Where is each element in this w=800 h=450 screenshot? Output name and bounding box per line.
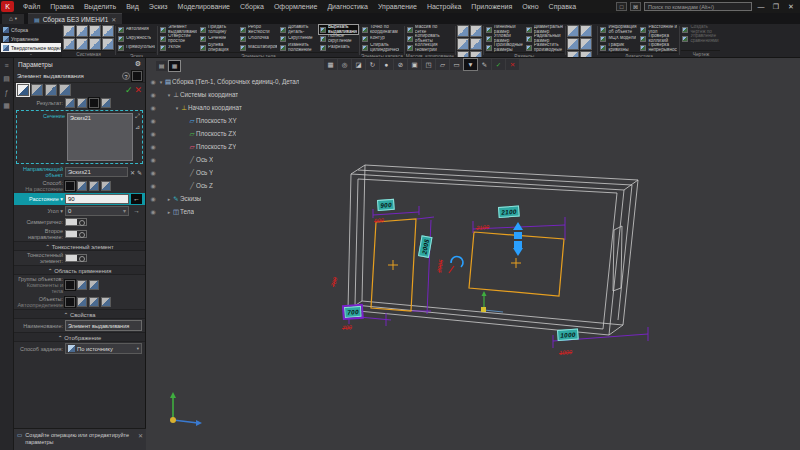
- dimension-value-3[interactable]: 700: [344, 306, 362, 318]
- ribbon-btn-2-0-0[interactable]: Элемент выдавливания: [159, 25, 198, 34]
- ribbon-icon-rough[interactable]: [567, 51, 579, 57]
- visibility-eye-icon[interactable]: ◉: [148, 91, 158, 98]
- dimension-value-0[interactable]: 900: [377, 199, 395, 211]
- ribbon-icon-base[interactable]: [580, 38, 592, 50]
- guide-object-link[interactable]: Направляющий объект: [17, 166, 63, 178]
- ribbon-btn-3-0-2[interactable]: Спираль цилиндрическ...: [361, 43, 400, 52]
- ribbon-icon-save[interactable]: [89, 25, 101, 37]
- ribbon-btn-4-0-0[interactable]: Массив по сетке: [406, 25, 445, 34]
- tree-item-5[interactable]: ◉▱Плоскость ZY: [148, 140, 338, 153]
- section-thumbnail[interactable]: Эскиз21: [67, 113, 133, 161]
- ribbon-icon-axis[interactable]: [470, 25, 482, 37]
- tree-item-10[interactable]: ◉▸◫Тела: [148, 205, 338, 218]
- ribbon-btn-8-0-0[interactable]: Информация об объекте: [599, 25, 638, 34]
- tree-item-2[interactable]: ◉▾⊥Начало координат: [148, 101, 338, 114]
- ribbon-btn-2-0-1[interactable]: Отверстие простое: [159, 34, 198, 43]
- modes-expand-icon[interactable]: ⌄: [1, 52, 61, 57]
- viewport-tool-5-icon[interactable]: ⊘: [394, 59, 407, 70]
- distance-direction-button[interactable]: ←: [131, 194, 142, 204]
- menu-item-10[interactable]: Настройка: [422, 0, 466, 13]
- mode-management[interactable]: Управление: [1, 34, 61, 43]
- properties-section-header[interactable]: ⌃ Свойства: [14, 309, 145, 319]
- ribbon-icon-cs[interactable]: [470, 38, 482, 50]
- ribbon-icon-open[interactable]: [76, 25, 88, 37]
- tree-item-9[interactable]: ◉▸✎Эскизы: [148, 192, 338, 205]
- visibility-eye-icon[interactable]: ◉: [148, 156, 158, 163]
- menu-item-2[interactable]: Выделить: [79, 0, 121, 13]
- scope-section-header[interactable]: ⌃ Область применения: [14, 265, 145, 275]
- menu-item-0[interactable]: Файл: [18, 0, 45, 13]
- clear-icon[interactable]: ✕: [130, 169, 135, 176]
- result-subtract-icon[interactable]: [89, 98, 99, 108]
- viewport-tool-3-icon[interactable]: ↻: [366, 59, 379, 70]
- ribbon-icon-plane[interactable]: [457, 25, 469, 37]
- ribbon-btn-8-0-2[interactable]: График кривизны: [599, 43, 638, 52]
- angle-direction-button[interactable]: →: [131, 206, 142, 216]
- ribbon-icon-redo[interactable]: [89, 38, 101, 50]
- menu-item-9[interactable]: Управление: [373, 0, 422, 13]
- visibility-eye-icon[interactable]: ◉: [148, 143, 158, 150]
- dock-variables-icon[interactable]: ƒ: [5, 89, 9, 96]
- restore-button[interactable]: ❐: [770, 3, 782, 11]
- tree-tab-structure-icon[interactable]: ▤: [156, 61, 167, 71]
- ribbon-btn-6-1-2[interactable]: Разместить производные: [525, 43, 564, 52]
- ribbon-icon-undo[interactable]: [76, 38, 88, 50]
- cancel-icon[interactable]: ✕: [134, 85, 142, 95]
- ribbon-icon-leader[interactable]: [580, 51, 592, 57]
- ribbon-btn-1-0-0[interactable]: Автолиния: [117, 25, 156, 34]
- menu-item-11[interactable]: Приложения: [466, 0, 517, 13]
- ribbon-icon-note[interactable]: [567, 25, 579, 37]
- ribbon-btn-6-0-0[interactable]: Линейный размер: [485, 25, 524, 34]
- quick-layout-icon[interactable]: □: [616, 2, 627, 11]
- method-through-all-icon[interactable]: [77, 181, 87, 191]
- ribbon-btn-2-4-2[interactable]: Разрезать: [319, 43, 358, 52]
- section-link[interactable]: Сечение: [19, 113, 65, 161]
- menu-item-12[interactable]: Окно: [517, 0, 543, 13]
- dock-library-icon[interactable]: ▦: [3, 102, 10, 110]
- ribbon-btn-8-1-2[interactable]: Проверка непрерывности: [639, 43, 678, 52]
- ribbon-btn-1-0-1[interactable]: Окружность: [117, 34, 156, 43]
- result-intersect-icon[interactable]: [101, 98, 111, 108]
- scope-all-icon[interactable]: [89, 280, 99, 290]
- ribbon-btn-2-2-2[interactable]: Масштабирован...: [239, 43, 278, 52]
- ribbon-btn-6-0-1[interactable]: Угловой размер: [485, 34, 524, 43]
- ribbon-btn-2-0-2[interactable]: Уклон: [159, 43, 198, 52]
- ribbon-btn-2-2-1[interactable]: Оболочка: [239, 34, 278, 43]
- guide-object-field[interactable]: Эскиз21: [65, 167, 128, 177]
- extrude-type-icon[interactable]: [17, 84, 29, 96]
- viewport-tool-13-icon[interactable]: ✕: [506, 59, 519, 70]
- visibility-eye-icon[interactable]: ◉: [148, 104, 158, 111]
- menu-item-5[interactable]: Моделирование: [173, 0, 235, 13]
- visibility-eye-icon[interactable]: ◉: [148, 208, 158, 215]
- visibility-eye-icon[interactable]: ◉: [148, 182, 158, 189]
- name-value-field[interactable]: Элемент выдавливания: [65, 320, 142, 331]
- symmetric-toggle[interactable]: [65, 218, 87, 226]
- menu-item-13[interactable]: Справка: [544, 0, 581, 13]
- tab-close-icon[interactable]: ✕: [111, 16, 116, 23]
- ribbon-btn-2-2-0[interactable]: Ребро жесткости: [239, 25, 278, 34]
- ribbon-icon-poly[interactable]: [470, 51, 482, 57]
- section-selection-zone[interactable]: Сечение Эскиз21 ⤢ ⊿: [16, 110, 143, 164]
- method-to-nearest-icon[interactable]: [101, 181, 111, 191]
- ribbon-btn-9-0-1[interactable]: Управление сравнениями ч...: [681, 34, 720, 43]
- thin-element-toggle[interactable]: [65, 254, 87, 262]
- viewport-tool-1-icon[interactable]: ◎: [338, 59, 351, 70]
- dock-tree-icon[interactable]: ▤: [3, 75, 10, 83]
- quick-grid-icon[interactable]: ⊠: [630, 2, 641, 11]
- ribbon-icon-line[interactable]: [457, 51, 469, 57]
- ribbon-icon-help[interactable]: [102, 38, 114, 50]
- visibility-eye-icon[interactable]: ◉: [148, 130, 158, 137]
- ribbon-btn-8-1-0[interactable]: Расстояние и угол: [639, 25, 678, 34]
- tree-item-4[interactable]: ◉▱Плоскость ZX: [148, 127, 338, 140]
- distance-input[interactable]: 90: [65, 194, 129, 204]
- tree-item-0[interactable]: ◉▾▤Сборка (Тел-1, Сборочных единиц-0, Де…: [148, 75, 338, 88]
- thin-section-header[interactable]: ⌃ Тонкостенный элемент: [14, 241, 145, 251]
- menu-item-1[interactable]: Правка: [45, 0, 79, 13]
- display-section-header[interactable]: ⌃ Отображение: [14, 332, 145, 342]
- tree-item-3[interactable]: ◉▱Плоскость XY: [148, 114, 338, 127]
- ribbon-btn-8-0-1[interactable]: МЦХ модели: [599, 34, 638, 43]
- revolve-type-icon[interactable]: [31, 84, 43, 96]
- ribbon-btn-2-4-1[interactable]: Полное скругление: [319, 34, 358, 43]
- dock-params-icon[interactable]: ≡: [4, 62, 8, 69]
- ribbon-btn-4-0-2[interactable]: Коллекция геометрии: [406, 43, 445, 52]
